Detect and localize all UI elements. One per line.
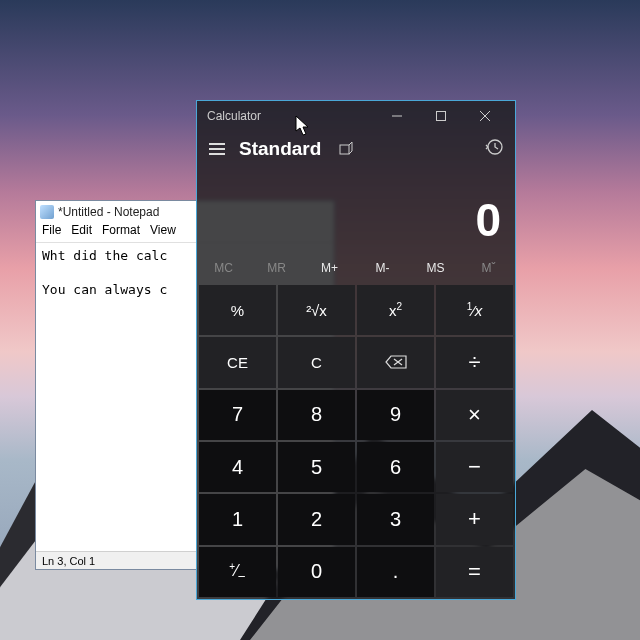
- svg-rect-1: [437, 112, 446, 121]
- calculator-mode-label: Standard: [239, 138, 321, 160]
- key-backspace[interactable]: [357, 337, 434, 387]
- calculator-title-text: Calculator: [207, 109, 261, 123]
- memory-mc: MC: [197, 253, 250, 283]
- key-5[interactable]: 5: [278, 442, 355, 492]
- memory-row: MC MR M+ M- MS Mˇ: [197, 253, 515, 283]
- memory-mr: MR: [250, 253, 303, 283]
- menu-view[interactable]: View: [150, 223, 176, 242]
- svg-rect-4: [340, 145, 349, 154]
- close-button[interactable]: [463, 101, 507, 131]
- key-3[interactable]: 3: [357, 494, 434, 544]
- key-2[interactable]: 2: [278, 494, 355, 544]
- menu-edit[interactable]: Edit: [71, 223, 92, 242]
- calculator-titlebar[interactable]: Calculator: [197, 101, 515, 131]
- key-9[interactable]: 9: [357, 390, 434, 440]
- calculator-window[interactable]: Calculator Standard 0 MC MR M+ M- MS Mˇ …: [196, 100, 516, 600]
- key-multiply[interactable]: ×: [436, 390, 513, 440]
- menu-format[interactable]: Format: [102, 223, 140, 242]
- memory-mlist: Mˇ: [462, 253, 515, 283]
- key-7[interactable]: 7: [199, 390, 276, 440]
- notepad-title-text: *Untitled - Notepad: [58, 205, 159, 219]
- keep-on-top-icon[interactable]: [335, 138, 357, 160]
- key-add[interactable]: +: [436, 494, 513, 544]
- maximize-button[interactable]: [419, 101, 463, 131]
- key-0[interactable]: 0: [278, 547, 355, 597]
- key-negate[interactable]: +⁄−: [199, 547, 276, 597]
- memory-mminus[interactable]: M-: [356, 253, 409, 283]
- key-equals[interactable]: =: [436, 547, 513, 597]
- calculator-header: Standard: [197, 131, 515, 167]
- key-ce[interactable]: CE: [199, 337, 276, 387]
- key-4[interactable]: 4: [199, 442, 276, 492]
- key-reciprocal[interactable]: 1⁄x: [436, 285, 513, 335]
- mouse-cursor-icon: [295, 115, 311, 137]
- menu-file[interactable]: File: [42, 223, 61, 242]
- key-6[interactable]: 6: [357, 442, 434, 492]
- key-c[interactable]: C: [278, 337, 355, 387]
- memory-ms[interactable]: MS: [409, 253, 462, 283]
- key-divide[interactable]: ÷: [436, 337, 513, 387]
- key-1[interactable]: 1: [199, 494, 276, 544]
- key-subtract[interactable]: −: [436, 442, 513, 492]
- hamburger-menu-icon[interactable]: [209, 140, 225, 158]
- key-percent[interactable]: %: [199, 285, 276, 335]
- history-icon[interactable]: [485, 138, 503, 160]
- key-sqrt[interactable]: ²√x: [278, 285, 355, 335]
- key-square[interactable]: x2: [357, 285, 434, 335]
- key-8[interactable]: 8: [278, 390, 355, 440]
- key-decimal[interactable]: .: [357, 547, 434, 597]
- minimize-button[interactable]: [375, 101, 419, 131]
- calculator-display: 0: [197, 167, 515, 253]
- notepad-icon: [40, 205, 54, 219]
- notepad-cursor-position: Ln 3, Col 1: [42, 555, 95, 567]
- memory-mplus[interactable]: M+: [303, 253, 356, 283]
- calculator-keypad: % ²√x x2 1⁄x CE C ÷ 7 8 9 × 4 5 6 − 1 2 …: [197, 283, 515, 599]
